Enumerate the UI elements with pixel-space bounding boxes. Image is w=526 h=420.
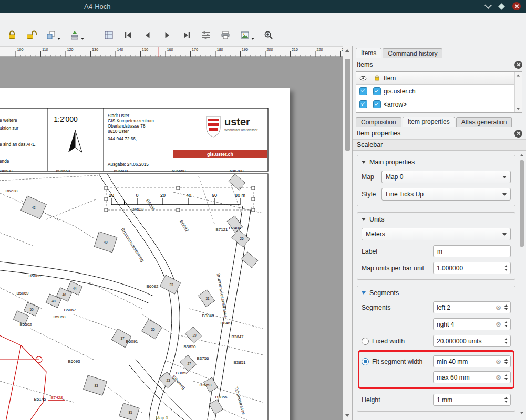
atlas-preview-button[interactable] <box>102 28 116 42</box>
shade-window-icon[interactable] <box>484 2 492 9</box>
item-row-scalebar[interactable]: gis.uster.ch <box>356 85 522 98</box>
scroll-up-icon[interactable] <box>517 75 520 77</box>
nav-previous-icon <box>142 30 153 40</box>
svg-text:B5145: B5145 <box>34 397 46 402</box>
items-dock-close-button[interactable] <box>514 61 522 69</box>
scroll-down-icon[interactable] <box>345 414 349 417</box>
composer-canvas[interactable]: e weitere uktion zur e sind an das ARE e… <box>0 57 343 420</box>
scroll-down-icon[interactable] <box>517 108 520 110</box>
svg-text:44: 44 <box>73 287 77 290</box>
page-a4[interactable]: e weitere uktion zur e sind an das ARE e… <box>0 88 290 420</box>
tab-command-history[interactable]: Command history <box>383 48 442 58</box>
svg-text:140: 140 <box>117 47 123 52</box>
info-left-text: ende <box>0 159 9 164</box>
clear-icon[interactable]: ⊗ <box>496 358 501 365</box>
print-atlas-button[interactable] <box>219 28 232 42</box>
atlas-previous-feature-button[interactable] <box>141 28 154 42</box>
map-combobox[interactable]: Map 0 <box>381 171 511 183</box>
tab-item-properties[interactable]: Item properties <box>403 117 455 127</box>
group-segments-toggle[interactable]: Segments <box>362 289 511 297</box>
raise-items-button[interactable] <box>68 28 86 42</box>
height-spinbox[interactable]: 1 mm <box>433 394 511 406</box>
visibility-checkbox[interactable] <box>359 100 367 108</box>
item-properties-close-button[interactable] <box>514 130 522 138</box>
svg-text:200: 200 <box>267 47 273 52</box>
max-width-spinbox[interactable]: max 60 mm ⊗ <box>433 371 511 383</box>
svg-text:B3850: B3850 <box>183 344 196 349</box>
lock-items-button[interactable] <box>5 28 19 42</box>
radio-checked-icon[interactable] <box>362 358 369 365</box>
units-combobox[interactable]: Meters <box>362 228 511 240</box>
svg-text:46: 46 <box>62 293 66 297</box>
logo-subtitle: Wohnstadt am Wasser <box>224 128 257 132</box>
atlas-first-feature-button[interactable] <box>121 28 135 42</box>
segments-left-spinbox[interactable]: left 2 ⊗ <box>433 301 511 313</box>
nav-first-icon <box>123 30 133 40</box>
tab-composition[interactable]: Composition <box>356 117 401 127</box>
spinner-arrows-icon[interactable] <box>502 397 510 403</box>
atlas-last-feature-button[interactable] <box>180 28 193 42</box>
map-units-per-bar-spinbox[interactable]: 1.000000 <box>433 262 511 274</box>
issue-date: Ausgabe: 24.06.2015 <box>108 162 149 167</box>
fixed-width-radio-option[interactable]: Fixed width <box>362 338 433 345</box>
svg-text:0: 0 <box>136 193 138 198</box>
keep-above-icon[interactable] <box>498 3 505 10</box>
fixed-width-spinbox[interactable]: 20.000000 units <box>433 335 511 347</box>
spinner-arrows-icon[interactable] <box>502 321 510 327</box>
svg-text:37: 37 <box>120 337 125 340</box>
svg-text:48: 48 <box>51 299 56 303</box>
spinner-arrows-icon[interactable] <box>502 265 510 271</box>
style-combobox[interactable]: Line Ticks Up <box>381 188 511 201</box>
svg-text:696700: 696700 <box>230 169 244 173</box>
canvas-vscrollbar[interactable] <box>343 46 352 420</box>
items-dock-header: Items <box>353 58 526 70</box>
atlas-settings-button[interactable] <box>199 28 213 42</box>
scroll-up-icon[interactable] <box>345 49 349 52</box>
unit-label-input[interactable]: m <box>433 245 511 257</box>
scrollbar-thumb[interactable] <box>520 160 524 247</box>
tab-atlas-generation[interactable]: Atlas generation <box>456 117 512 127</box>
spinner-arrows-icon[interactable] <box>502 359 510 364</box>
export-atlas-button[interactable] <box>238 28 256 42</box>
fit-segment-width-radio-option[interactable]: Fit segment width <box>362 358 433 365</box>
properties-scrollbar[interactable] <box>519 154 524 414</box>
radio-icon[interactable] <box>362 338 369 345</box>
dropdown-arrow-icon <box>57 38 60 40</box>
spinner-arrows-icon[interactable] <box>502 338 510 344</box>
scroll-down-icon[interactable] <box>520 412 523 414</box>
items-list-scrollbar[interactable] <box>514 72 522 112</box>
scrollbar-thumb[interactable] <box>345 59 350 151</box>
zoom-full-button[interactable] <box>262 28 275 42</box>
svg-text:40: 40 <box>104 240 108 244</box>
map-item[interactable]: 696500696550696600696650696700 B7428 424… <box>0 169 268 420</box>
min-width-spinbox[interactable]: min 40 mm ⊗ <box>433 355 511 368</box>
group-units-toggle[interactable]: Units <box>362 216 511 223</box>
group-items-button[interactable] <box>44 28 62 42</box>
spinner-arrows-icon[interactable] <box>502 304 510 310</box>
combo-arrow-icon <box>502 233 507 236</box>
clear-icon[interactable]: ⊗ <box>496 374 501 381</box>
group-title: Segments <box>369 289 399 297</box>
close-window-button[interactable] <box>512 2 521 10</box>
atlas-next-feature-button[interactable] <box>160 28 174 42</box>
info-left-text: e sind an das ARE <box>0 142 36 147</box>
unlock-items-button[interactable] <box>25 28 38 42</box>
clear-icon[interactable]: ⊗ <box>496 304 501 311</box>
clear-icon[interactable]: ⊗ <box>496 321 501 328</box>
scroll-up-icon[interactable] <box>520 154 523 156</box>
group-main-properties-toggle[interactable]: Main properties <box>362 159 511 166</box>
visibility-checkbox[interactable] <box>359 87 367 95</box>
spinner-arrows-icon[interactable] <box>502 374 510 380</box>
segments-right-spinbox[interactable]: right 4 ⊗ <box>433 318 511 330</box>
svg-text:83: 83 <box>94 384 98 387</box>
item-properties-dock-header: Item properties <box>353 127 526 139</box>
item-row-arrow[interactable]: <arrow> <box>356 98 522 111</box>
svg-text:B3852: B3852 <box>176 371 188 375</box>
svg-text:B4523: B4523 <box>131 207 144 212</box>
tab-items[interactable]: Items <box>356 48 381 58</box>
nav-last-icon <box>181 30 192 40</box>
info-table: e weitere uktion zur e sind an das ARE e… <box>0 108 268 171</box>
lock-checkbox[interactable] <box>373 100 381 108</box>
lock-checkbox[interactable] <box>373 87 381 95</box>
svg-text:180: 180 <box>217 47 223 52</box>
